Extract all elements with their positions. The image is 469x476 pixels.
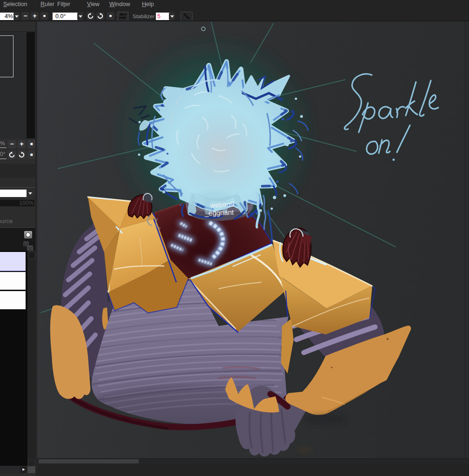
svg-text:_eggnant: _eggnant (204, 208, 234, 217)
